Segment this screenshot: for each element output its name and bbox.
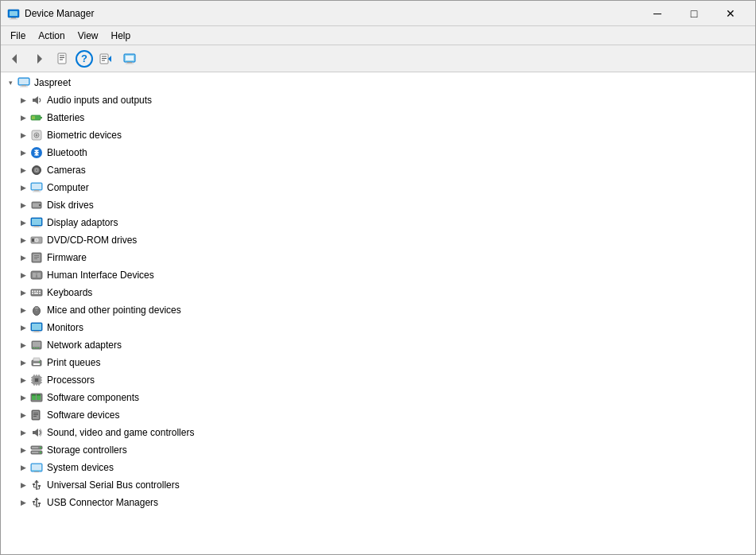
tree-item-biometric[interactable]: ▶ Biometric devices: [1, 126, 755, 144]
sound-expander[interactable]: ▶: [17, 426, 29, 439]
tree-item-keyboards[interactable]: ▶ Keyboards: [1, 284, 755, 301]
tree-item-network[interactable]: ▶ Network adapters: [1, 336, 755, 354]
tree-item-software-comp[interactable]: ▶ Software components: [1, 389, 755, 406]
firmware-expander[interactable]: ▶: [17, 251, 29, 264]
forward-button[interactable]: [28, 49, 50, 69]
tree-item-monitors[interactable]: ▶ Monitors: [1, 319, 755, 336]
tree-item-storage[interactable]: ▶ Storage controllers: [1, 441, 755, 459]
root-expander[interactable]: ▾: [4, 76, 17, 89]
svg-rect-72: [34, 331, 39, 332]
svg-rect-44: [34, 226, 39, 227]
audio-expander[interactable]: ▶: [17, 94, 29, 107]
hid-expander[interactable]: ▶: [17, 269, 29, 281]
biometric-expander[interactable]: ▶: [17, 129, 29, 142]
storage-expander[interactable]: ▶: [17, 444, 29, 456]
help-button[interactable]: ?: [76, 50, 93, 68]
svg-rect-106: [33, 414, 38, 415]
mice-label: Mice and other pointing devices: [47, 305, 181, 316]
tree-item-sound[interactable]: ▶ Sound, video and game controllers: [1, 424, 755, 441]
computer-view-button[interactable]: [118, 49, 141, 69]
menu-action[interactable]: Action: [32, 29, 71, 43]
close-button[interactable]: ✕: [712, 1, 749, 26]
svg-rect-21: [21, 85, 26, 87]
back-button[interactable]: [4, 49, 26, 69]
tree-item-bluetooth[interactable]: ▶ Bluetooth: [1, 144, 755, 161]
svg-rect-82: [39, 362, 41, 363]
tree-item-batteries[interactable]: ▶ Batteries: [1, 109, 755, 126]
svg-point-110: [40, 447, 41, 448]
bluetooth-label: Bluetooth: [47, 147, 87, 158]
display-label: Display adaptors: [47, 217, 118, 228]
usb-ctrl-expander[interactable]: ▶: [17, 479, 29, 491]
dvd-expander[interactable]: ▶: [17, 234, 29, 246]
update-driver-button[interactable]: [95, 49, 117, 69]
svg-rect-18: [126, 63, 134, 64]
svg-rect-3: [10, 18, 17, 19]
svg-rect-65: [34, 293, 38, 294]
bluetooth-expander[interactable]: ▶: [17, 146, 29, 159]
menu-help[interactable]: Help: [105, 29, 138, 43]
svg-rect-62: [37, 291, 38, 293]
tree-item-usb-ctrl[interactable]: ▶ Universal Serial Bus controllers: [1, 476, 755, 494]
cameras-expander[interactable]: ▶: [17, 164, 29, 177]
svg-rect-38: [33, 192, 41, 192]
maximize-button[interactable]: □: [676, 1, 712, 26]
minimize-button[interactable]: ─: [639, 1, 676, 26]
title-bar: Device Manager ─ □ ✕: [1, 1, 755, 26]
svg-rect-16: [126, 56, 134, 60]
print-expander[interactable]: ▶: [17, 356, 29, 369]
tree-item-processors[interactable]: ▶: [1, 371, 755, 389]
svg-marker-126: [34, 498, 39, 500]
audio-icon: [29, 93, 44, 107]
device-manager-window: Device Manager ─ □ ✕ File Action View He…: [0, 0, 756, 555]
tree-item-disk[interactable]: ▶ Disk drives: [1, 196, 755, 214]
mice-expander[interactable]: ▶: [17, 304, 29, 316]
tree-item-print[interactable]: ▶ Print queues: [1, 354, 755, 371]
svg-rect-116: [34, 472, 39, 472]
processors-icon: [29, 373, 44, 387]
svg-rect-1: [10, 11, 17, 16]
network-expander[interactable]: ▶: [17, 339, 29, 351]
software-comp-expander[interactable]: ▶: [17, 391, 29, 404]
tree-item-display[interactable]: ▶ Display adaptors: [1, 214, 755, 231]
keyboards-expander[interactable]: ▶: [17, 286, 29, 299]
tree-item-software-dev[interactable]: ▶ Software devices: [1, 406, 755, 424]
print-icon: [29, 355, 44, 370]
svg-rect-20: [19, 79, 29, 84]
tree-item-audio[interactable]: ▶ Audio inputs and outputs: [1, 91, 755, 109]
svg-rect-52: [34, 255, 39, 256]
monitors-expander[interactable]: ▶: [17, 321, 29, 334]
tree-item-mice[interactable]: ▶ Mice and other pointing devices: [1, 301, 755, 319]
usb-conn-expander[interactable]: ▶: [17, 496, 29, 509]
svg-point-69: [34, 307, 39, 310]
menu-view[interactable]: View: [72, 29, 105, 43]
software-dev-expander[interactable]: ▶: [17, 409, 29, 421]
tree-item-cameras[interactable]: ▶ Cameras: [1, 161, 755, 179]
computer-expander[interactable]: ▶: [17, 181, 29, 194]
display-expander[interactable]: ▶: [17, 216, 29, 229]
tree-item-hid[interactable]: ▶ Human Interface Devices: [1, 266, 755, 284]
computer-icon: [17, 76, 31, 90]
keyboard-icon: [29, 285, 44, 300]
menu-file[interactable]: File: [4, 29, 32, 43]
system-expander[interactable]: ▶: [17, 461, 29, 474]
tree-item-usb-conn[interactable]: ▶ USB Connector Managers: [1, 494, 755, 511]
tree-root[interactable]: ▾ Jaspreet: [1, 74, 755, 91]
software-dev-icon: [29, 408, 44, 422]
tree-item-dvd[interactable]: ▶ DVD/CD-ROM drives: [1, 231, 755, 249]
svg-marker-14: [108, 56, 111, 62]
tree-item-firmware[interactable]: ▶ Firmware: [1, 249, 755, 266]
software-comp-icon: [29, 390, 44, 405]
svg-point-41: [39, 204, 41, 206]
batteries-expander[interactable]: ▶: [17, 111, 29, 124]
sound-label: Sound, video and game controllers: [47, 427, 194, 438]
processors-expander[interactable]: ▶: [17, 374, 29, 386]
tree-item-system[interactable]: ▶ System devices: [1, 459, 755, 476]
properties-button[interactable]: [52, 49, 74, 69]
tree-content[interactable]: ▾ Jaspreet ▶ Audio inputs and output: [1, 72, 755, 554]
svg-rect-73: [33, 332, 41, 333]
disk-expander[interactable]: ▶: [17, 199, 29, 212]
tree-item-computer[interactable]: ▶ Computer: [1, 179, 755, 196]
usb-ctrl-label: Universal Serial Bus controllers: [47, 479, 180, 491]
svg-rect-58: [36, 273, 37, 275]
